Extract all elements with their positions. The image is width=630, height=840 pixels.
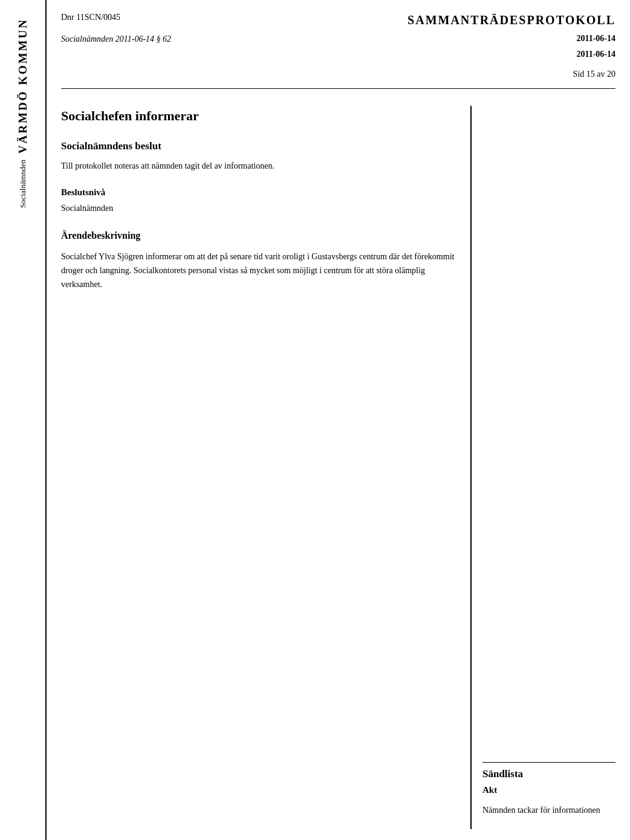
- sammantrads-date2: 2011-06-14: [576, 48, 615, 61]
- beslut-sub-text: Till protokollet noteras att nämnden tag…: [61, 160, 458, 173]
- sandlista-body: Nämnden tackar för informationen: [482, 804, 615, 817]
- arendebeskrivning-text: Socialchef Ylva Sjögren informerar om at…: [61, 250, 458, 291]
- main-content-wrapper: Dnr 11SCN/0045 Socialnämnden 2011-06-14 …: [45, 0, 630, 840]
- committee-label: Socialnämnden: [18, 160, 28, 208]
- sammantrads-title: SAMMANTRÄDESPROTOKOLL: [408, 11, 615, 30]
- beslutsniva-heading: Beslutsnivå: [61, 186, 458, 199]
- body-right: Sändlista Akt Nämnden tackar för informa…: [470, 106, 615, 829]
- arendebeskrivning-heading: Ärendebeskrivning: [61, 228, 458, 244]
- sidebar: VÄRMDÖ KOMMUN Socialnämnden: [0, 0, 45, 840]
- sandlista-heading: Sändlista: [482, 766, 615, 782]
- beslut-heading: Socialnämndens beslut: [61, 138, 458, 154]
- body-left: Socialchefen informerar Socialnämndens b…: [61, 106, 470, 829]
- top-header: Dnr 11SCN/0045 Socialnämnden 2011-06-14 …: [61, 11, 615, 89]
- beslutsniva-value: Socialnämnden: [61, 202, 458, 215]
- page: VÄRMDÖ KOMMUN Socialnämnden Dnr 11SCN/00…: [0, 0, 630, 840]
- municipality-label: VÄRMDÖ KOMMUN: [16, 18, 30, 153]
- body-grid: Socialchefen informerar Socialnämndens b…: [61, 106, 615, 829]
- date-italic-text: Socialnämnden 2011-06-14 § 62: [61, 33, 395, 46]
- sandlista-section: Sändlista Akt Nämnden tackar för informa…: [482, 762, 615, 817]
- sammantrads-date1: 2011-06-14: [576, 32, 615, 45]
- header-left: Dnr 11SCN/0045 Socialnämnden 2011-06-14 …: [61, 11, 395, 81]
- sid-text: Sid 15 av 20: [573, 68, 615, 81]
- header-right: SAMMANTRÄDESPROTOKOLL 2011-06-14 2011-06…: [408, 11, 615, 81]
- sandlista-divider: [482, 762, 615, 763]
- main-heading: Socialchefen informerar: [61, 106, 458, 126]
- akt-label: Akt: [482, 783, 615, 797]
- dnr-text: Dnr 11SCN/0045: [61, 11, 395, 24]
